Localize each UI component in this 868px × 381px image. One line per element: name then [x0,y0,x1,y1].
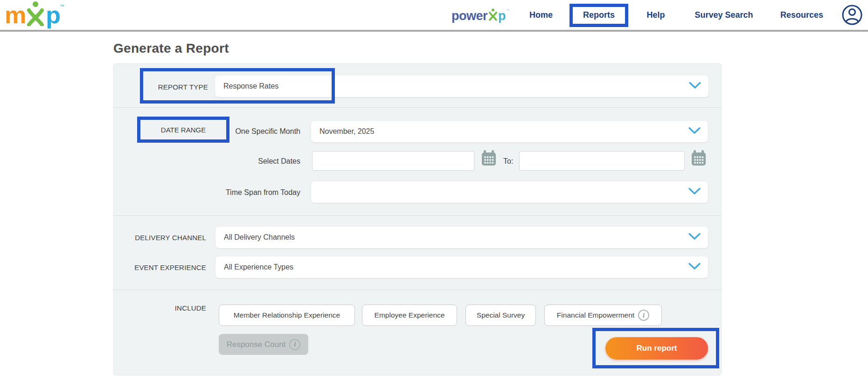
powerxp-logo-x-person-icon [487,8,498,22]
powerxp-logo-trademark: ™ [506,8,510,13]
run-report-button[interactable]: Run report [605,337,708,360]
nav-item-reports[interactable]: Reports [583,10,615,20]
include-option-member-relationship-experience[interactable]: Member Relationship Experience [219,305,355,326]
date-range-label: DATE RANGE [161,126,206,134]
specific-month-value: November, 2025 [319,127,374,136]
nav-item-help[interactable]: Help [646,10,665,20]
to-label: To: [503,157,517,166]
event-experience-dropdown[interactable]: All Experience Types [215,256,708,278]
chevron-down-icon [688,127,701,136]
chevron-down-icon [689,82,701,91]
mxp-logo[interactable]: m p ™ [5,1,64,27]
chevron-down-icon [688,188,701,197]
info-icon[interactable]: i [638,310,649,321]
include-option-employee-experience[interactable]: Employee Experience [362,305,457,326]
mxp-logo-trademark: ™ [60,4,64,9]
user-avatar-icon[interactable] [841,4,863,28]
time-span-label: Time Span from Today [207,188,300,197]
include-option-response-count-disabled: Response Count i [219,334,308,355]
specific-month-dropdown[interactable]: November, 2025 [311,121,708,142]
include-option-label: Employee Experience [375,311,445,319]
mxp-logo-x-person-icon [25,1,46,27]
include-option-label: Response Count [227,340,286,349]
chevron-down-icon [688,263,701,272]
chevron-down-icon [688,233,701,242]
powerxp-logo-power: power [451,10,487,22]
section-divider [114,215,721,216]
include-option-label: Member Relationship Experience [234,311,340,319]
delivery-channel-value: All Delivery Channels [224,233,295,242]
report-type-value: Response Rates [223,82,278,90]
mxp-logo-p: p [46,3,60,27]
nav-item-survey-search[interactable]: Survey Search [694,10,753,20]
nav-item-resources[interactable]: Resources [780,10,823,20]
info-icon: i [289,339,300,350]
event-experience-label: EVENT EXPERIENCE [123,263,206,271]
one-specific-month-label: One Specific Month [230,127,300,136]
calendar-icon[interactable] [691,150,706,168]
delivery-channel-label: DELIVERY CHANNEL [123,234,206,242]
event-experience-value: All Experience Types [224,263,293,271]
delivery-channel-dropdown[interactable]: All Delivery Channels [215,227,708,248]
section-divider [114,290,721,290]
page-title: Generate a Report [113,41,229,56]
select-dates-label: Select Dates [230,157,300,166]
date-to-input[interactable] [519,151,685,171]
include-option-financial-empowerment[interactable]: Financial Empowerment i [544,305,662,326]
report-form-panel: REPORT TYPE Response Rates DATE RANGE On… [113,63,722,375]
annotation-box-date-range: DATE RANGE [137,117,229,143]
include-option-special-survey[interactable]: Special Survey [465,305,536,326]
calendar-icon[interactable] [481,150,496,168]
powerxp-logo-p: p [498,10,506,22]
time-span-dropdown[interactable] [311,181,708,203]
report-type-dropdown[interactable]: Response Rates [215,76,708,97]
nav-item-home[interactable]: Home [529,10,553,20]
date-from-input[interactable] [312,151,474,171]
top-navigation-bar: m p ™ power p ™ Hom [0,0,868,30]
page: m p ™ power p ™ Hom [0,0,868,381]
include-option-label: Financial Empowerment [557,311,634,319]
report-type-label: REPORT TYPE [140,83,208,91]
mxp-logo-m: m [5,3,25,27]
powerxp-logo: power p ™ [451,8,510,22]
include-option-label: Special Survey [477,311,525,319]
section-divider [114,107,721,108]
include-label: INCLUDE [166,304,206,312]
header-divider [0,30,868,32]
